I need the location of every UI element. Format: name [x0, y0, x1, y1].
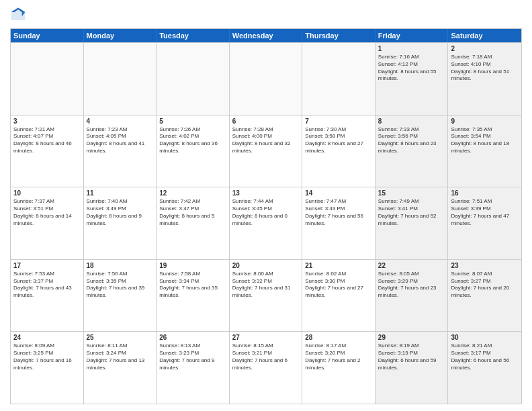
day-number: 10 — [13, 189, 81, 197]
day-cell-2: 2Sunrise: 7:18 AM Sunset: 4:10 PM Daylig… — [448, 43, 521, 115]
calendar-row-3: 17Sunrise: 7:53 AM Sunset: 3:37 PM Dayli… — [11, 259, 521, 332]
day-info: Sunrise: 7:28 AM Sunset: 4:00 PM Dayligh… — [232, 126, 300, 155]
day-cell-3: 3Sunrise: 7:21 AM Sunset: 4:07 PM Daylig… — [11, 116, 84, 187]
day-number: 16 — [451, 189, 519, 197]
day-number: 9 — [451, 118, 519, 125]
day-cell-29: 29Sunrise: 8:19 AM Sunset: 3:19 PM Dayli… — [375, 332, 449, 404]
day-info: Sunrise: 7:53 AM Sunset: 3:37 PM Dayligh… — [13, 271, 81, 300]
day-number: 26 — [159, 334, 226, 341]
day-cell-6: 6Sunrise: 7:28 AM Sunset: 4:00 PM Daylig… — [230, 116, 303, 187]
calendar-header: SundayMondayTuesdayWednesdayThursdayFrid… — [11, 29, 521, 42]
empty-cell — [11, 43, 84, 115]
day-cell-15: 15Sunrise: 7:49 AM Sunset: 3:41 PM Dayli… — [375, 187, 449, 259]
day-cell-23: 23Sunrise: 8:07 AM Sunset: 3:27 PM Dayli… — [448, 260, 521, 332]
weekday-header-monday: Monday — [84, 29, 157, 42]
day-number: 22 — [378, 262, 445, 269]
day-info: Sunrise: 8:19 AM Sunset: 3:19 PM Dayligh… — [378, 342, 445, 371]
day-cell-11: 11Sunrise: 7:40 AM Sunset: 3:49 PM Dayli… — [84, 187, 157, 259]
weekday-header-sunday: Sunday — [11, 29, 84, 42]
day-info: Sunrise: 8:05 AM Sunset: 3:29 PM Dayligh… — [378, 271, 445, 300]
day-info: Sunrise: 7:16 AM Sunset: 4:12 PM Dayligh… — [378, 54, 445, 83]
day-info: Sunrise: 8:07 AM Sunset: 3:27 PM Dayligh… — [451, 271, 519, 300]
day-cell-22: 22Sunrise: 8:05 AM Sunset: 3:29 PM Dayli… — [375, 260, 449, 332]
empty-cell — [84, 43, 157, 115]
day-info: Sunrise: 8:00 AM Sunset: 3:32 PM Dayligh… — [232, 271, 300, 300]
weekday-header-saturday: Saturday — [448, 29, 521, 42]
empty-cell — [302, 43, 375, 115]
empty-cell — [230, 43, 303, 115]
day-number: 13 — [232, 189, 300, 197]
day-cell-16: 16Sunrise: 7:51 AM Sunset: 3:39 PM Dayli… — [448, 187, 521, 259]
calendar: SundayMondayTuesdayWednesdayThursdayFrid… — [10, 28, 522, 404]
day-number: 6 — [232, 118, 300, 125]
day-cell-14: 14Sunrise: 7:47 AM Sunset: 3:43 PM Dayli… — [302, 187, 375, 259]
day-cell-24: 24Sunrise: 8:09 AM Sunset: 3:25 PM Dayli… — [11, 332, 84, 404]
day-number: 15 — [378, 189, 445, 197]
logo — [10, 7, 28, 23]
day-info: Sunrise: 7:18 AM Sunset: 4:10 PM Dayligh… — [451, 54, 519, 83]
calendar-body: 1Sunrise: 7:16 AM Sunset: 4:12 PM Daylig… — [11, 42, 521, 404]
day-number: 25 — [87, 334, 154, 341]
day-number: 3 — [13, 118, 81, 125]
day-cell-26: 26Sunrise: 8:13 AM Sunset: 3:23 PM Dayli… — [157, 332, 230, 404]
day-number: 7 — [305, 118, 372, 125]
day-info: Sunrise: 7:40 AM Sunset: 3:49 PM Dayligh… — [87, 198, 154, 227]
day-number: 24 — [13, 334, 81, 341]
day-info: Sunrise: 7:33 AM Sunset: 3:56 PM Dayligh… — [378, 126, 445, 155]
day-number: 27 — [232, 334, 300, 341]
day-number: 28 — [305, 334, 372, 341]
day-number: 14 — [305, 189, 372, 197]
day-number: 4 — [87, 118, 154, 125]
day-number: 23 — [451, 262, 519, 269]
day-info: Sunrise: 7:37 AM Sunset: 3:51 PM Dayligh… — [13, 198, 81, 227]
day-cell-27: 27Sunrise: 8:15 AM Sunset: 3:21 PM Dayli… — [230, 332, 303, 404]
day-number: 21 — [305, 262, 372, 269]
weekday-header-friday: Friday — [375, 29, 449, 42]
day-info: Sunrise: 8:09 AM Sunset: 3:25 PM Dayligh… — [13, 342, 81, 371]
weekday-header-thursday: Thursday — [302, 29, 375, 42]
day-number: 17 — [13, 262, 81, 269]
day-number: 2 — [451, 45, 519, 52]
day-info: Sunrise: 7:23 AM Sunset: 4:05 PM Dayligh… — [87, 126, 154, 155]
day-info: Sunrise: 7:58 AM Sunset: 3:34 PM Dayligh… — [159, 271, 226, 300]
day-info: Sunrise: 8:11 AM Sunset: 3:24 PM Dayligh… — [87, 342, 154, 371]
day-number: 19 — [159, 262, 226, 269]
day-info: Sunrise: 7:21 AM Sunset: 4:07 PM Dayligh… — [13, 126, 81, 155]
day-info: Sunrise: 8:21 AM Sunset: 3:17 PM Dayligh… — [451, 342, 519, 371]
day-info: Sunrise: 8:13 AM Sunset: 3:23 PM Dayligh… — [159, 342, 226, 371]
day-info: Sunrise: 7:49 AM Sunset: 3:41 PM Dayligh… — [378, 198, 445, 227]
day-cell-13: 13Sunrise: 7:44 AM Sunset: 3:45 PM Dayli… — [230, 187, 303, 259]
day-info: Sunrise: 7:35 AM Sunset: 3:54 PM Dayligh… — [451, 126, 519, 155]
calendar-row-2: 10Sunrise: 7:37 AM Sunset: 3:51 PM Dayli… — [11, 187, 521, 259]
day-cell-17: 17Sunrise: 7:53 AM Sunset: 3:37 PM Dayli… — [11, 260, 84, 332]
day-info: Sunrise: 7:26 AM Sunset: 4:02 PM Dayligh… — [159, 126, 226, 155]
day-number: 30 — [451, 334, 519, 341]
day-cell-10: 10Sunrise: 7:37 AM Sunset: 3:51 PM Dayli… — [11, 187, 84, 259]
day-info: Sunrise: 8:02 AM Sunset: 3:30 PM Dayligh… — [305, 271, 372, 300]
day-cell-18: 18Sunrise: 7:56 AM Sunset: 3:35 PM Dayli… — [84, 260, 157, 332]
day-number: 5 — [159, 118, 226, 125]
day-info: Sunrise: 8:15 AM Sunset: 3:21 PM Dayligh… — [232, 342, 300, 371]
header — [10, 7, 522, 23]
day-info: Sunrise: 7:51 AM Sunset: 3:39 PM Dayligh… — [451, 198, 519, 227]
day-cell-12: 12Sunrise: 7:42 AM Sunset: 3:47 PM Dayli… — [157, 187, 230, 259]
day-number: 11 — [87, 189, 154, 197]
calendar-row-4: 24Sunrise: 8:09 AM Sunset: 3:25 PM Dayli… — [11, 331, 521, 404]
page: SundayMondayTuesdayWednesdayThursdayFrid… — [0, 0, 532, 411]
day-number: 29 — [378, 334, 445, 341]
day-cell-21: 21Sunrise: 8:02 AM Sunset: 3:30 PM Dayli… — [302, 260, 375, 332]
day-cell-1: 1Sunrise: 7:16 AM Sunset: 4:12 PM Daylig… — [375, 43, 449, 115]
logo-icon — [10, 7, 26, 23]
day-cell-30: 30Sunrise: 8:21 AM Sunset: 3:17 PM Dayli… — [448, 332, 521, 404]
empty-cell — [157, 43, 230, 115]
day-info: Sunrise: 7:47 AM Sunset: 3:43 PM Dayligh… — [305, 198, 372, 227]
day-number: 18 — [87, 262, 154, 269]
day-info: Sunrise: 7:56 AM Sunset: 3:35 PM Dayligh… — [87, 271, 154, 300]
day-info: Sunrise: 7:44 AM Sunset: 3:45 PM Dayligh… — [232, 198, 300, 227]
day-info: Sunrise: 7:42 AM Sunset: 3:47 PM Dayligh… — [159, 198, 226, 227]
weekday-header-tuesday: Tuesday — [157, 29, 230, 42]
day-info: Sunrise: 7:30 AM Sunset: 3:58 PM Dayligh… — [305, 126, 372, 155]
day-cell-19: 19Sunrise: 7:58 AM Sunset: 3:34 PM Dayli… — [157, 260, 230, 332]
day-number: 20 — [232, 262, 300, 269]
day-cell-8: 8Sunrise: 7:33 AM Sunset: 3:56 PM Daylig… — [375, 116, 449, 187]
